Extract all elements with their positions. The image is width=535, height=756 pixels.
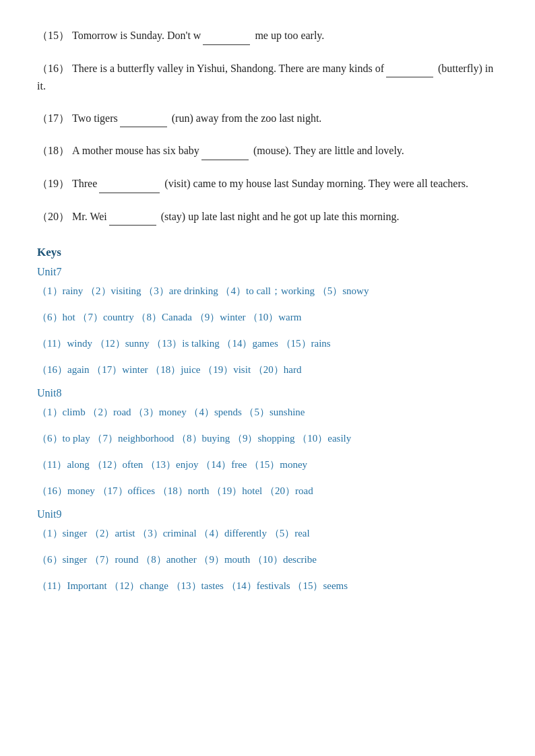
unit-title-2: Unit9 bbox=[37, 508, 498, 520]
exercise-number: （15） bbox=[37, 30, 69, 41]
exercise-text-before: Two tigers bbox=[72, 112, 118, 124]
exercise-text-after: (mouse). They are little and lovely. bbox=[251, 145, 404, 156]
keys-row-2-2: （11）Important （12）change （13）tastes （14）… bbox=[37, 577, 498, 595]
exercise-text-after: (stay) up late last night and he got up … bbox=[158, 211, 400, 222]
keys-row-1-0: （1）climb （2）road （3）money （4）spends （5）s… bbox=[37, 403, 498, 421]
exercise-blank bbox=[386, 60, 433, 78]
exercise-number: （19） bbox=[37, 178, 69, 189]
keys-row-1-2: （11）along （12）often （13）enjoy （14）free （… bbox=[37, 456, 498, 474]
exercise-text-before: Mr. Wei bbox=[72, 211, 107, 222]
exercise-item: （15） Tomorrow is Sunday. Don't w me up t… bbox=[37, 27, 498, 45]
unit-title-1: Unit8 bbox=[37, 387, 498, 399]
exercise-text-before: A mother mouse has six baby bbox=[72, 145, 199, 156]
exercise-number: （17） bbox=[37, 112, 69, 124]
keys-row-0-2: （11）windy （12）sunny （13）is talking （14）g… bbox=[37, 335, 498, 353]
exercise-item: （17） Two tigers (run) away from the zoo … bbox=[37, 110, 498, 128]
exercise-item: （19） Three (visit) came to my house last… bbox=[37, 175, 498, 193]
keys-title: Keys bbox=[37, 246, 498, 259]
keys-row-1-1: （6）to play （7）neighborhood （8）buying （9）… bbox=[37, 429, 498, 448]
exercise-blank bbox=[99, 175, 160, 193]
exercise-blank bbox=[201, 142, 249, 160]
exercise-text-before: Tomorrow is Sunday. Don't w bbox=[72, 30, 201, 41]
keys-section: KeysUnit7（1）rainy （2）visiting （3）are dri… bbox=[37, 246, 498, 595]
exercise-text-before: Three bbox=[72, 178, 97, 189]
keys-row-1-3: （16）money （17）offices （18）north （19）hote… bbox=[37, 482, 498, 500]
exercise-number: （18） bbox=[37, 145, 69, 156]
unit-title-0: Unit7 bbox=[37, 266, 498, 278]
exercise-text-after: (run) away from the zoo last night. bbox=[169, 112, 322, 124]
exercises-section: （15） Tomorrow is Sunday. Don't w me up t… bbox=[37, 27, 498, 226]
keys-row-2-0: （1）singer （2）artist （3）criminal （4）diffe… bbox=[37, 524, 498, 543]
exercise-blank bbox=[120, 110, 167, 128]
keys-row-0-3: （16）again （17）winter （18）juice （19）visit… bbox=[37, 361, 498, 379]
keys-row-0-1: （6）hot （7）country （8）Canada （9）winter （1… bbox=[37, 308, 498, 327]
exercise-item: （18） A mother mouse has six baby (mouse)… bbox=[37, 142, 498, 160]
exercise-text-after: me up too early. bbox=[252, 30, 324, 41]
exercise-item: （20） Mr. Wei (stay) up late last night a… bbox=[37, 208, 498, 226]
exercise-number: （20） bbox=[37, 211, 69, 222]
exercise-text-after: (visit) came to my house last Sunday mor… bbox=[162, 178, 468, 189]
exercise-blank bbox=[203, 27, 250, 45]
exercise-blank bbox=[109, 208, 156, 226]
exercise-number: （16） bbox=[37, 63, 69, 74]
exercise-item: （16） There is a butterfly valley in Yish… bbox=[37, 60, 498, 95]
keys-row-2-1: （6）singer （7）round （8）another （9）mouth （… bbox=[37, 551, 498, 569]
keys-row-0-0: （1）rainy （2）visiting （3）are drinking （4）… bbox=[37, 282, 498, 300]
exercise-text-before: There is a butterfly valley in Yishui, S… bbox=[72, 63, 384, 74]
